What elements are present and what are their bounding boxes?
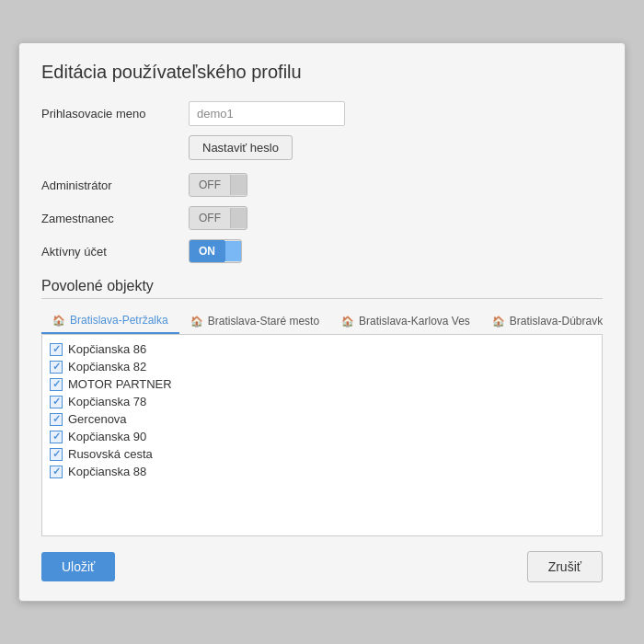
list-item: ✓ Rusovská cesta [50,447,594,461]
active-account-toggle[interactable]: ON [189,239,242,263]
location-tabs: 🏠 Bratislava-Petržalka 🏠 Bratislava-Star… [41,308,603,334]
employee-toggle[interactable]: OFF [189,206,247,230]
item-label-7: Rusovská cesta [68,447,153,461]
tab-petrzalka[interactable]: 🏠 Bratislava-Petržalka [41,308,179,334]
administrator-toggle[interactable]: OFF [189,173,247,197]
checkbox-6[interactable]: ✓ [50,431,63,443]
employee-state: OFF [190,207,230,229]
list-item: ✓ Kopčianska 90 [50,430,594,443]
employee-label: Zamestnanec [41,212,189,225]
active-account-thumb [224,241,241,261]
tab-dubravka[interactable]: 🏠 Bratislava-Dúbravka [481,308,603,334]
administrator-label: Administrátor [41,178,189,192]
administrator-thumb [230,175,247,195]
tab-dubravka-label: Bratislava-Dúbravka [510,315,603,328]
tab-stare-mesto[interactable]: 🏠 Bratislava-Staré mesto [179,308,330,334]
checkbox-2[interactable]: ✓ [50,361,63,374]
home-icon-stare-mesto: 🏠 [190,316,203,328]
list-item: ✓ Kopčianska 82 [50,360,594,374]
home-icon-petrzalka: 🏠 [52,315,65,327]
item-label-2: Kopčianska 82 [68,360,146,374]
section-divider [41,298,603,299]
tab-karlova-ves[interactable]: 🏠 Bratislava-Karlova Ves [330,308,481,334]
items-list: ✓ Kopčianska 86 ✓ Kopčianska 82 ✓ MOTOR … [41,334,603,536]
edit-profile-dialog: Editácia používateľského profilu Prihlas… [18,42,626,602]
item-label-8: Kopčianska 88 [68,465,146,478]
item-label-5: Gercenova [68,412,127,426]
tab-karlova-ves-label: Bratislava-Karlova Ves [359,315,470,328]
list-item: ✓ MOTOR PARTNER [50,377,594,391]
administrator-state: OFF [190,174,230,196]
checkbox-7[interactable]: ✓ [50,448,63,461]
save-button[interactable]: Uložiť [41,552,115,581]
checkbox-1[interactable]: ✓ [50,343,63,356]
set-password-button[interactable]: Nastaviť heslo [189,135,293,160]
cancel-button[interactable]: Zrušiť [527,551,603,582]
checkbox-4[interactable]: ✓ [50,396,63,408]
checkbox-5[interactable]: ✓ [50,413,63,426]
home-icon-dubravka: 🏠 [492,316,505,328]
checkbox-3[interactable]: ✓ [50,378,63,391]
checkbox-8[interactable]: ✓ [50,466,63,478]
item-label-4: Kopčianska 78 [68,395,146,408]
list-item: ✓ Kopčianska 78 [50,395,594,408]
item-label-3: MOTOR PARTNER [68,377,172,391]
list-item: ✓ Kopčianska 88 [50,465,594,478]
home-icon-karlova-ves: 🏠 [341,316,354,328]
item-label-1: Kopčianska 86 [68,342,146,356]
list-item: ✓ Gercenova [50,412,594,426]
dialog-footer: Uložiť Zrušiť [41,551,603,582]
item-label-6: Kopčianska 90 [68,430,146,443]
list-item: ✓ Kopčianska 86 [50,342,594,356]
dialog-title: Editácia používateľského profilu [41,62,603,83]
username-input[interactable] [189,101,345,126]
tab-petrzalka-label: Bratislava-Petržalka [70,314,168,327]
active-account-label: Aktívny účet [41,245,189,259]
active-account-state: ON [190,240,224,262]
tab-stare-mesto-label: Bratislava-Staré mesto [208,315,319,328]
username-label: Prihlasovacie meno [41,107,189,121]
objects-section-title: Povolené objekty [41,278,603,294]
employee-thumb [230,208,247,228]
